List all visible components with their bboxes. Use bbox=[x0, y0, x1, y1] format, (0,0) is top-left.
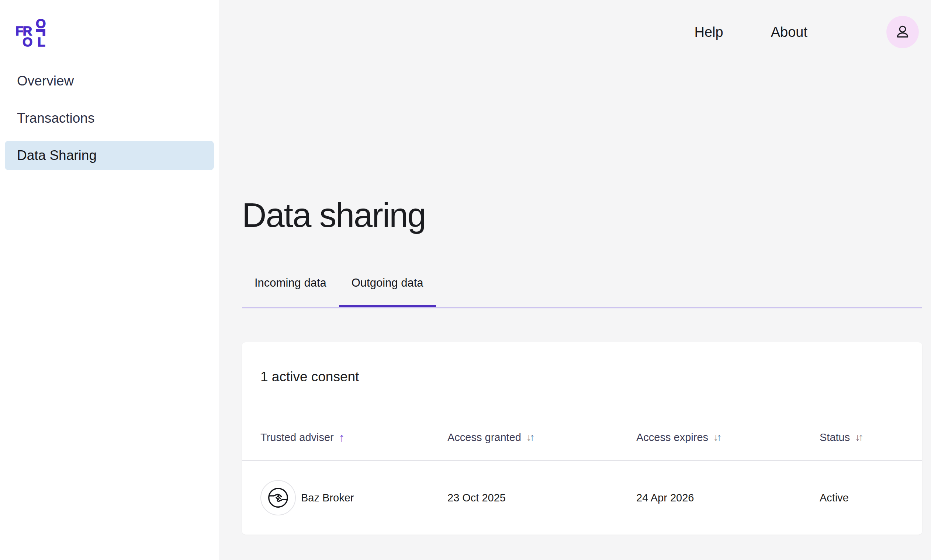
column-label: Access granted bbox=[448, 431, 521, 443]
tab-bar: Incoming data Outgoing data bbox=[242, 268, 922, 308]
status-cell: Active bbox=[820, 492, 904, 504]
table-header-row: Trusted adviser ↑ Access granted ↓↑ Acce… bbox=[260, 429, 904, 445]
frollo-logo[interactable]: FR O OL bbox=[15, 18, 46, 47]
column-label: Status bbox=[820, 431, 850, 443]
top-bar: Help About bbox=[219, 0, 931, 64]
tab-label: Incoming data bbox=[255, 276, 326, 289]
user-icon bbox=[894, 23, 911, 40]
sort-ascending-icon[interactable]: ↑ bbox=[339, 432, 345, 443]
adviser-cell: Baz Broker bbox=[260, 480, 448, 515]
access-granted-cell: 23 Oct 2025 bbox=[448, 492, 636, 504]
profile-avatar[interactable] bbox=[886, 16, 919, 48]
sidebar-item-transactions[interactable]: Transactions bbox=[5, 103, 214, 133]
sort-toggle-icon[interactable]: ↓↑ bbox=[526, 432, 535, 443]
top-nav: Help About bbox=[695, 24, 807, 40]
main-area: Help About Data sharing Incoming data Ou… bbox=[219, 0, 931, 560]
svg-text:O: O bbox=[36, 18, 46, 31]
sidebar-item-overview[interactable]: Overview bbox=[5, 66, 214, 96]
column-label: Access expires bbox=[636, 431, 708, 443]
page-title: Data sharing bbox=[242, 197, 922, 234]
about-link[interactable]: About bbox=[771, 24, 807, 40]
sidebar-item-data-sharing[interactable]: Data Sharing bbox=[5, 141, 214, 170]
sort-toggle-icon[interactable]: ↓↑ bbox=[855, 432, 863, 443]
tab-label: Outgoing data bbox=[352, 276, 423, 289]
svg-text:OL: OL bbox=[23, 35, 45, 47]
tab-incoming-data[interactable]: Incoming data bbox=[242, 268, 339, 307]
access-expires-cell: 24 Apr 2026 bbox=[636, 492, 820, 504]
page-content: Data sharing Incoming data Outgoing data… bbox=[242, 64, 922, 535]
table-row[interactable]: Baz Broker 23 Oct 2025 24 Apr 2026 Activ… bbox=[260, 461, 904, 535]
column-label: Trusted adviser bbox=[260, 431, 334, 443]
column-header-trusted-adviser[interactable]: Trusted adviser ↑ bbox=[260, 431, 448, 443]
consents-card: 1 active consent Trusted adviser ↑ Acces… bbox=[242, 342, 922, 535]
handshake-icon bbox=[266, 486, 290, 510]
tab-outgoing-data[interactable]: Outgoing data bbox=[339, 268, 436, 307]
sidebar-nav: Overview Transactions Data Sharing bbox=[0, 66, 219, 170]
help-link[interactable]: Help bbox=[695, 24, 723, 40]
sort-toggle-icon[interactable]: ↓↑ bbox=[713, 432, 722, 443]
sidebar-item-label: Overview bbox=[17, 73, 74, 89]
column-header-access-granted[interactable]: Access granted ↓↑ bbox=[448, 431, 636, 443]
column-header-status[interactable]: Status ↓↑ bbox=[820, 431, 904, 443]
adviser-name: Baz Broker bbox=[301, 492, 354, 504]
column-header-access-expires[interactable]: Access expires ↓↑ bbox=[636, 431, 820, 443]
sidebar-item-label: Transactions bbox=[17, 111, 94, 126]
sidebar-item-label: Data Sharing bbox=[17, 148, 97, 163]
consent-count: 1 active consent bbox=[260, 369, 904, 385]
frollo-logo-icon: FR O OL bbox=[15, 18, 46, 47]
sidebar: FR O OL Overview Transactions Data Shari… bbox=[0, 0, 219, 560]
adviser-avatar bbox=[260, 480, 296, 515]
